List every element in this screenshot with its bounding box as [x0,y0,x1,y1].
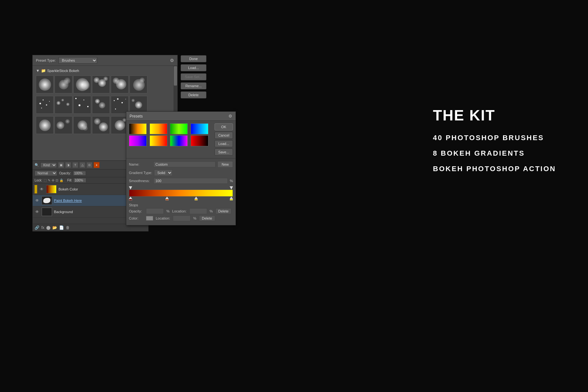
gradient-swatch-2[interactable] [150,123,167,134]
opacity-stops-input[interactable] [146,208,164,214]
gradient-swatch-8[interactable] [191,135,208,146]
fx-icon[interactable]: fx [41,225,44,230]
smoothness-pct: % [230,179,233,183]
lock-transparent-icon[interactable]: ⬚ [44,179,47,182]
gradient-swatch-3[interactable] [170,123,188,134]
color-stops-label: Color: [129,216,143,220]
gradient-name-input[interactable] [153,161,215,167]
new-button[interactable]: New [217,161,233,168]
brush-thumb[interactable] [73,76,91,93]
gradient-presets-area [126,121,213,158]
color-stop-black[interactable] [129,197,132,201]
gradient-preview-bar[interactable] [129,190,233,197]
name-label: Name: [129,162,152,166]
brush-thumb[interactable] [92,96,110,114]
gradient-swatch-5[interactable] [129,135,147,146]
brush-thumb[interactable] [130,96,147,114]
gradient-swatch-4[interactable] [191,123,208,134]
save-set-button[interactable]: Save Set... [181,73,206,80]
opacity-stops-row: Opacity: % Location: % Delete [129,208,233,214]
lock-move-icon[interactable]: ✣ [52,179,54,182]
opacity-pct: % [166,209,170,213]
done-button[interactable]: Done [181,55,206,62]
stop-triangle-4 [230,197,233,199]
smart-filter-icon[interactable]: ⊙ [87,162,92,168]
ok-button[interactable]: OK [215,123,233,130]
new-layer-icon[interactable]: 📄 [59,225,64,230]
adjust-filter-icon[interactable]: ◑ [65,162,71,168]
brush-thumb[interactable] [36,76,54,93]
brush-thumb[interactable] [55,76,72,93]
pixel-filter-icon[interactable]: ▣ [58,162,64,168]
shape-filter-icon[interactable]: △ [79,162,85,168]
brush-thumb[interactable] [111,96,129,114]
smoothness-input[interactable] [153,178,228,184]
location-color-label: Location: [156,216,170,220]
filter-icon: 🔍 [35,163,39,167]
brush-thumb[interactable] [92,76,110,93]
link-icon[interactable]: 🔗 [35,225,39,230]
stop-triangle [129,197,132,199]
preset-gear-button[interactable]: ⚙ [170,58,174,63]
location-opacity-input[interactable] [189,208,207,214]
brush-thumb[interactable] [130,76,147,93]
brush-thumb[interactable] [36,116,54,134]
save-button-dialog[interactable]: Save... [215,149,233,156]
blend-mode-select[interactable]: Normal [35,170,57,176]
brush-thumb[interactable] [55,96,72,114]
preset-type-select[interactable]: Brushes [58,57,97,64]
stop-color-box-3 [194,199,198,201]
opacity-stop-right[interactable] [230,186,233,190]
brush-thumb[interactable] [36,96,54,114]
brush-thumb[interactable] [73,96,91,114]
stop-color-box [129,199,132,201]
dialog-gear-icon[interactable]: ⚙ [228,114,232,119]
location-color-pct: % [193,216,196,220]
fill-input[interactable] [73,178,86,183]
smoothness-row: Smoothness: % [129,178,233,184]
layer-visibility-eye-2[interactable]: 👁 [35,198,40,203]
layer-visibility-eye[interactable]: 👁 [39,187,44,192]
opacity-stop-left[interactable] [129,186,132,190]
color-stop-yellow[interactable] [194,197,198,201]
layer-visibility-eye-3[interactable]: 👁 [35,209,40,214]
gradient-swatch-6[interactable] [150,135,167,146]
mask-icon[interactable]: ⬤ [46,225,50,230]
dialog-header: Presets ⚙ [126,112,236,121]
delete-button[interactable]: Delete [181,91,206,98]
brush-folder[interactable]: ▼ 📁 SparkleStock Bokeh [35,68,175,74]
preset-type-label: Preset Type: [36,58,56,62]
rename-button[interactable]: Rename... [181,82,206,89]
lock-all-icon[interactable]: 🔒 [59,179,63,182]
color-stop-white[interactable] [230,197,233,201]
color-stop-orange[interactable] [165,197,169,201]
kind-select[interactable]: Kind [40,162,57,168]
brush-thumb[interactable] [92,116,110,134]
brush-thumb[interactable] [55,116,72,134]
delete-opacity-stop-button[interactable]: Delete [215,208,232,214]
color-stops-row: Color: Location: % Delete [129,215,233,221]
type-filter-icon[interactable]: T [72,162,78,168]
delete-layer-icon[interactable]: 🗑 [66,225,70,230]
new-group-icon[interactable]: 📂 [52,225,57,230]
stops-section: Stops Opacity: % Location: % Delete Colo… [129,203,233,221]
stop-triangle-3 [194,197,198,199]
opacity-input[interactable] [73,171,86,176]
gradient-bottom-stops [129,197,233,201]
gradient-swatch-1[interactable] [129,123,147,134]
folder-icon: 📁 [41,68,46,73]
brush-thumb[interactable] [73,116,91,134]
load-button[interactable]: Load... [181,64,206,71]
brush-thumb[interactable] [111,76,129,93]
lock-brush-icon[interactable]: ✎ [48,179,50,182]
lock-artboard-icon[interactable]: ⊡ [56,179,58,182]
cancel-button[interactable]: Cancel [215,132,233,139]
gradient-type-select[interactable]: Solid [154,170,173,176]
color-swatch[interactable] [146,216,153,221]
location-color-input[interactable] [173,215,191,221]
gradient-swatch-7[interactable] [170,135,188,146]
brush-row-1 [35,75,175,94]
filter-toggle-icon[interactable]: ● [94,162,100,168]
delete-color-stop-button[interactable]: Delete [199,215,215,221]
load-button-dialog[interactable]: Load... [215,140,233,147]
